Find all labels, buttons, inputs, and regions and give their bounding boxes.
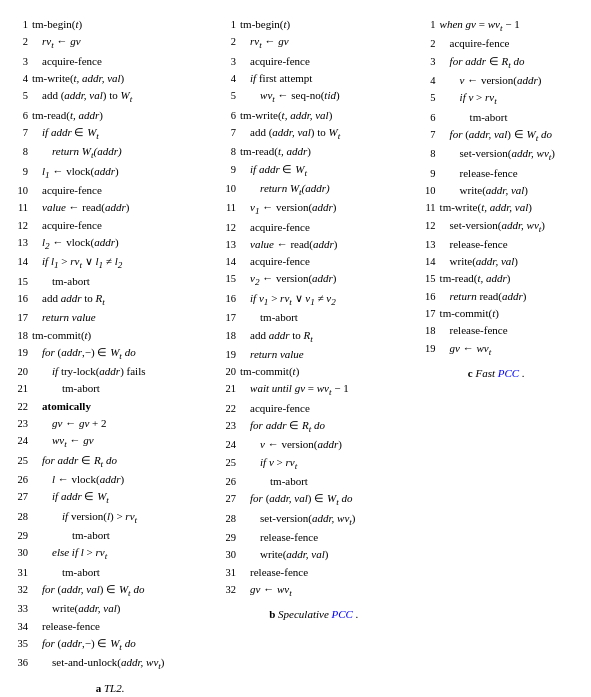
line-text: tm-begin(t)	[32, 16, 82, 33]
line-text: add addr to Rt	[32, 290, 105, 309]
line-number: 30	[220, 547, 236, 563]
line-number: 17	[220, 310, 236, 326]
line-number: 25	[12, 453, 28, 469]
line-text: else if l > rvt	[32, 544, 107, 563]
algo-line: 32gv ← wvt	[220, 581, 408, 600]
line-number: 14	[12, 254, 28, 270]
col-fastpcc: 1when gv = wvt − 12acquire-fence3for add…	[414, 16, 579, 379]
line-number: 10	[220, 181, 236, 197]
line-number: 31	[12, 565, 28, 581]
line-text: l1 ← vlock(addr)	[32, 163, 119, 182]
algo-line: 22acquire-fence	[220, 400, 408, 417]
algo-line: 3acquire-fence	[12, 53, 208, 70]
algo-line: 35for (addr,−) ∈ Wt do	[12, 635, 208, 654]
line-number: 35	[12, 636, 28, 652]
algo-line: 3acquire-fence	[220, 53, 408, 70]
line-text: for (addr, val) ∈ Wt do	[32, 581, 144, 600]
algo-line: 17tm-commit(t)	[420, 305, 573, 322]
line-text: atomically	[32, 398, 91, 415]
algo-line: 8return Wt(addr)	[12, 143, 208, 162]
line-number: 22	[220, 401, 236, 417]
algo-line: 27if addr ∈ Wt	[12, 488, 208, 507]
algo-line: 12acquire-fence	[12, 217, 208, 234]
algo-line: 22atomically	[12, 398, 208, 415]
line-number: 5	[420, 90, 436, 106]
line-number: 7	[220, 125, 236, 141]
algo-line: 18release-fence	[420, 322, 573, 339]
line-text: for (addr, val) ∈ Wt do	[240, 490, 352, 509]
algo-line: 27for (addr, val) ∈ Wt do	[220, 490, 408, 509]
algo-line: 18tm-commit(t)	[12, 327, 208, 344]
line-number: 18	[12, 328, 28, 344]
line-text: tm-abort	[440, 109, 508, 126]
line-number: 7	[420, 127, 436, 143]
line-text: add (addr, val) to Wt	[240, 124, 340, 143]
line-text: write(addr, val)	[440, 253, 518, 270]
algo-line: 4tm-write(t, addr, val)	[12, 70, 208, 87]
line-number: 32	[12, 582, 28, 598]
line-number: 24	[220, 437, 236, 453]
line-text: value ← read(addr)	[32, 199, 129, 216]
algo-line: 23for addr ∈ Rt do	[220, 417, 408, 436]
line-text: acquire-fence	[32, 53, 102, 70]
algo-line: 1when gv = wvt − 1	[420, 16, 573, 35]
line-number: 30	[12, 545, 28, 561]
line-number: 10	[12, 183, 28, 199]
caption-specpcc: b Speculative PCC .	[220, 608, 408, 620]
line-text: write(addr, val)	[240, 546, 328, 563]
algo-line: 25for addr ∈ Rt do	[12, 452, 208, 471]
line-number: 34	[12, 619, 28, 635]
line-number: 16	[420, 289, 436, 305]
line-text: set-version(addr, wvt)	[440, 145, 555, 164]
line-number: 4	[12, 71, 28, 87]
line-number: 9	[12, 164, 28, 180]
line-number: 6	[12, 108, 28, 124]
line-number: 18	[420, 323, 436, 339]
algo-line: 12acquire-fence	[220, 219, 408, 236]
algo-line: 6tm-write(t, addr, val)	[220, 107, 408, 124]
line-text: tm-write(t, addr, val)	[440, 199, 532, 216]
algo-line: 9l1 ← vlock(addr)	[12, 163, 208, 182]
line-text: for addr ∈ Rt do	[440, 53, 525, 72]
algo-fastpcc: 1when gv = wvt − 12acquire-fence3for add…	[420, 16, 573, 359]
line-number: 4	[220, 71, 236, 87]
line-number: 6	[220, 108, 236, 124]
algo-line: 20if try-lock(addr) fails	[12, 363, 208, 380]
line-text: rvt ← gv	[240, 33, 289, 52]
algo-line: 4if first attempt	[220, 70, 408, 87]
algo-line: 16if v1 > rvt ∨ v1 ≠ v2	[220, 290, 408, 309]
line-text: add (addr, val) to Wt	[32, 87, 132, 106]
algo-line: 15v2 ← version(addr)	[220, 270, 408, 289]
line-text: write(addr, val)	[32, 600, 120, 617]
algo-line: 16return read(addr)	[420, 288, 573, 305]
line-text: tm-read(t, addr)	[32, 107, 103, 124]
line-number: 19	[12, 345, 28, 361]
line-number: 16	[220, 291, 236, 307]
line-text: release-fence	[440, 322, 508, 339]
line-text: wvt ← seq-no(tid)	[240, 87, 340, 106]
line-number: 28	[12, 509, 28, 525]
line-text: tm-commit(t)	[240, 363, 299, 380]
line-number: 36	[12, 655, 28, 671]
line-number: 11	[220, 200, 236, 216]
line-text: set-version(addr, wvt)	[440, 217, 545, 236]
algo-line: 2rvt ← gv	[220, 33, 408, 52]
algo-line: 26l ← vlock(addr)	[12, 471, 208, 488]
line-number: 11	[12, 200, 28, 216]
algo-line: 33write(addr, val)	[12, 600, 208, 617]
algo-line: 12set-version(addr, wvt)	[420, 217, 573, 236]
line-number: 12	[220, 220, 236, 236]
algo-line: 19for (addr,−) ∈ Wt do	[12, 344, 208, 363]
line-text: if l1 > rvt ∨ l1 ≠ l2	[32, 253, 122, 272]
line-text: tm-abort	[240, 309, 298, 326]
algo-line: 7add (addr, val) to Wt	[220, 124, 408, 143]
line-number: 21	[12, 381, 28, 397]
line-number: 5	[12, 88, 28, 104]
line-text: return value	[240, 346, 304, 363]
line-text: tm-abort	[32, 273, 90, 290]
caption-text-c: Fast	[476, 367, 498, 379]
algo-line: 3for addr ∈ Rt do	[420, 53, 573, 72]
line-number: 26	[220, 474, 236, 490]
line-text: tm-abort	[32, 564, 100, 581]
line-text: when gv = wvt − 1	[440, 16, 520, 35]
